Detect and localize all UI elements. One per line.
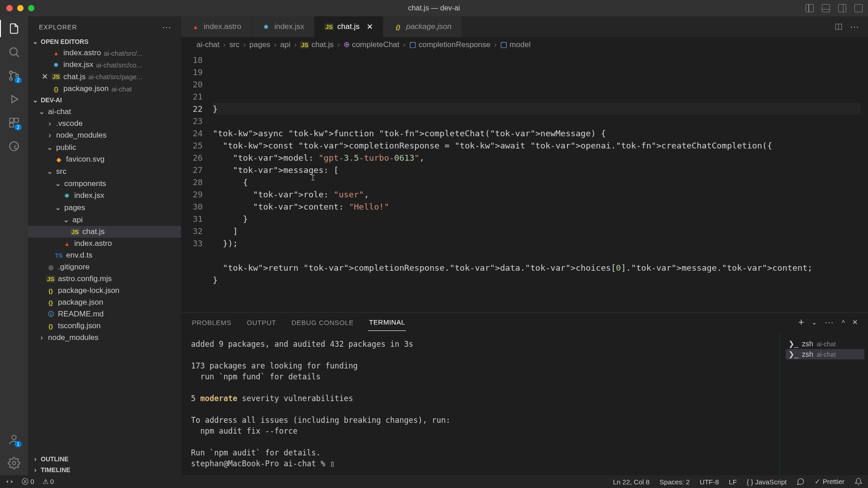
svg-rect-6	[10, 123, 14, 127]
timeline-section[interactable]: › TIMELINE	[28, 464, 181, 475]
folder-item[interactable]: ⌄components	[28, 177, 181, 190]
feedback-icon[interactable]	[796, 478, 805, 486]
open-editor-item[interactable]: ⚛index.jsx ai-chat/src/co...	[28, 59, 181, 71]
svg-point-1	[10, 71, 12, 74]
editor-tab[interactable]: ⚛index.jsx	[252, 16, 315, 37]
extensions-icon[interactable]: 2	[7, 116, 21, 129]
run-debug-icon[interactable]	[7, 92, 21, 106]
breadcrumb-segment[interactable]: ⊕ completeChat	[343, 40, 400, 49]
toggle-panel-icon[interactable]	[822, 4, 830, 12]
errors-count[interactable]: ⓧ 0	[22, 478, 34, 486]
folder-item[interactable]: ›node_modules	[28, 129, 181, 141]
terminal-session[interactable]: ❯_zsh ai-chat	[786, 349, 864, 359]
minimize-window-button[interactable]	[17, 5, 24, 11]
code-editor[interactable]: 18192021222324252627282930313233 𝙸 } "to…	[181, 54, 868, 312]
svg-point-0	[10, 48, 17, 55]
accounts-badge: 1	[14, 441, 22, 447]
close-panel-icon[interactable]: ✕	[852, 318, 858, 326]
panel-tab-output[interactable]: OUTPUT	[246, 314, 277, 331]
terminal-icon: ❯_	[788, 350, 798, 359]
cursor-position[interactable]: Ln 22, Col 8	[613, 478, 649, 486]
file-item[interactable]: JSchat.js	[28, 226, 181, 238]
traffic-lights	[0, 5, 34, 11]
project-section[interactable]: ⌄ DEV-AI	[28, 95, 181, 105]
open-editor-item[interactable]: {}package.json ai-chat	[28, 83, 181, 95]
terminal-output[interactable]: added 9 packages, and audited 432 packag…	[181, 332, 779, 475]
editor-tab[interactable]: ▲index.astro	[181, 16, 252, 37]
maximize-panel-icon[interactable]: ^	[842, 319, 845, 326]
open-editors-section[interactable]: ⌄ OPEN EDITORS	[28, 36, 181, 47]
editor-tab[interactable]: {}package.json	[383, 16, 462, 37]
file-item[interactable]: ⓘREADME.md	[28, 308, 181, 320]
split-editor-icon[interactable]	[835, 23, 843, 31]
toggle-secondary-sidebar-icon[interactable]	[838, 4, 846, 12]
file-item[interactable]: ◆favicon.svg	[28, 153, 181, 165]
settings-gear-icon[interactable]	[7, 456, 21, 470]
panel-more-icon[interactable]: ⋯	[825, 317, 835, 328]
notifications-icon[interactable]	[854, 478, 863, 486]
folder-item[interactable]: ⌄api	[28, 214, 181, 226]
close-tab-icon[interactable]: ✕	[367, 22, 373, 32]
remote-indicator-icon[interactable]	[5, 478, 14, 486]
toggle-primary-sidebar-icon[interactable]	[806, 4, 814, 12]
explorer-icon[interactable]	[7, 22, 21, 35]
close-window-button[interactable]	[6, 5, 13, 11]
panel-tab-problems[interactable]: PROBLEMS	[191, 314, 232, 331]
terminal-chevron-icon[interactable]: ⌄	[811, 318, 817, 326]
folder-item[interactable]: ⌄ai-chat	[28, 105, 181, 118]
open-editor-item[interactable]: ▲index.astro ai-chat/src/...	[28, 47, 181, 59]
breadcrumb-segment[interactable]: ▢ completionResponse	[409, 40, 490, 49]
outline-section[interactable]: › OUTLINE	[28, 454, 181, 464]
close-icon[interactable]: ✕	[41, 72, 49, 81]
folder-item[interactable]: ›.vscode	[28, 118, 181, 129]
accounts-icon[interactable]: 1	[7, 433, 21, 446]
file-item[interactable]: ◎.gitignore	[28, 261, 181, 273]
terminal-sessions: ❯_zsh ai-chat❯_zsh ai-chat	[782, 332, 868, 475]
editor-more-icon[interactable]: ⋯	[850, 21, 860, 32]
bottom-panel: PROBLEMSOUTPUTDEBUG CONSOLETERMINAL + ⌄ …	[181, 312, 868, 475]
breadcrumb-segment[interactable]: JS chat.js	[300, 40, 334, 49]
new-terminal-icon[interactable]: +	[798, 316, 804, 328]
file-item[interactable]: {}package-lock.json	[28, 285, 181, 297]
explorer-sidebar: EXPLORER ⋯ ⌄ OPEN EDITORS ▲index.astro a…	[28, 16, 181, 475]
file-item[interactable]: TSenv.d.ts	[28, 249, 181, 261]
folder-item[interactable]: ⌄pages	[28, 201, 181, 214]
open-editor-item[interactable]: ✕JSchat.js ai-chat/src/page...	[28, 71, 181, 83]
svg-point-8	[12, 435, 16, 440]
file-item[interactable]: {}package.json	[28, 297, 181, 308]
breadcrumb-segment[interactable]: src	[229, 40, 240, 49]
language-mode[interactable]: { } JavaScript	[747, 478, 787, 486]
warnings-count[interactable]: ⚠ 0	[43, 478, 54, 486]
panel-tab-debug-console[interactable]: DEBUG CONSOLE	[291, 314, 354, 331]
folder-item[interactable]: ⌄public	[28, 141, 181, 153]
status-bar: ⓧ 0 ⚠ 0 Ln 22, Col 8 Spaces: 2 UTF-8 LF …	[0, 475, 868, 488]
file-item[interactable]: ⚛index.jsx	[28, 190, 181, 201]
breadcrumb-segment[interactable]: api	[280, 40, 291, 49]
svg-rect-5	[14, 118, 19, 122]
eol[interactable]: LF	[729, 478, 737, 486]
file-item[interactable]: JSastro.config.mjs	[28, 273, 181, 285]
breadcrumb[interactable]: ai-chat›src›pages›api›JS chat.js›⊕ compl…	[181, 37, 868, 54]
panel-tab-terminal[interactable]: TERMINAL	[368, 314, 406, 331]
file-item[interactable]: ▲index.astro	[28, 238, 181, 249]
chevron-right-icon: ›	[32, 455, 39, 463]
explorer-more-icon[interactable]: ⋯	[162, 22, 172, 33]
edge-tools-icon[interactable]	[7, 139, 21, 153]
editor-tab[interactable]: JSchat.js✕	[315, 16, 383, 37]
folder-item[interactable]: ›node_modules	[28, 332, 181, 344]
encoding[interactable]: UTF-8	[700, 478, 719, 486]
prettier-status[interactable]: ✓ Prettier	[815, 478, 844, 486]
source-control-icon[interactable]: 2	[7, 69, 21, 82]
maximize-window-button[interactable]	[28, 5, 34, 11]
indentation[interactable]: Spaces: 2	[659, 478, 690, 486]
breadcrumb-segment[interactable]: ai-chat	[196, 40, 219, 49]
svg-point-9	[13, 462, 16, 465]
search-icon[interactable]	[7, 45, 21, 59]
titlebar: chat.js — dev-ai	[0, 0, 868, 16]
folder-item[interactable]: ⌄src	[28, 165, 181, 177]
breadcrumb-segment[interactable]: pages	[249, 40, 270, 49]
file-item[interactable]: {}tsconfig.json	[28, 320, 181, 332]
breadcrumb-segment[interactable]: ▢ model	[500, 40, 530, 49]
terminal-session[interactable]: ❯_zsh ai-chat	[786, 339, 864, 349]
customize-layout-icon[interactable]	[854, 4, 863, 12]
